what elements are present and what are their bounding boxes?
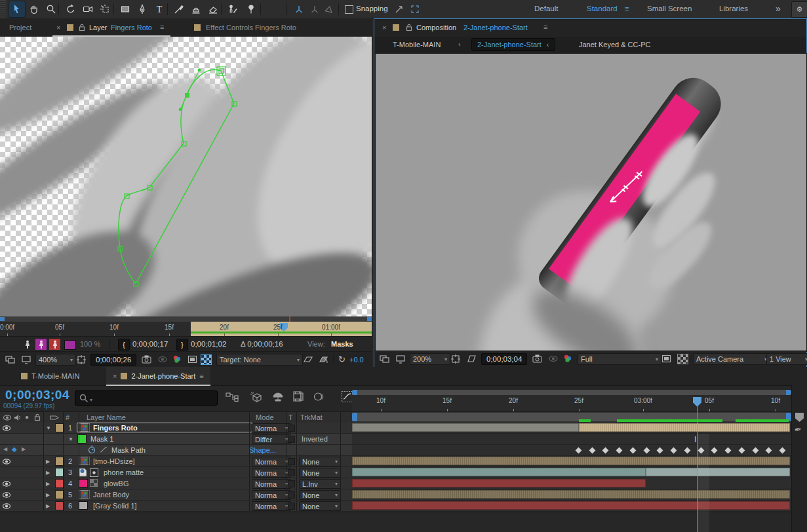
- layer-viewer-scrollbar[interactable]: [0, 316, 372, 322]
- camera-tool-icon[interactable]: [80, 1, 96, 17]
- expander-icon[interactable]: ▶: [46, 503, 50, 509]
- eye-toggle[interactable]: [1, 457, 12, 466]
- roto-brush-tool-icon[interactable]: [225, 1, 241, 17]
- roto-bg-icon[interactable]: [49, 339, 60, 350]
- next-keyframe-icon[interactable]: ▶: [22, 446, 26, 452]
- show-snapshot-icon[interactable]: [157, 355, 168, 364]
- layer-duration-bar[interactable]: [352, 423, 579, 432]
- mask-name[interactable]: Mask 1: [90, 435, 113, 443]
- expander-icon[interactable]: ▶: [46, 470, 50, 476]
- brush-tool-icon[interactable]: [171, 1, 187, 17]
- mask-path-overlay[interactable]: [0, 37, 372, 316]
- keyframe-diamond[interactable]: [684, 447, 690, 453]
- local-axis-icon[interactable]: [291, 1, 307, 17]
- composition-canvas[interactable]: [375, 53, 807, 352]
- mask-row[interactable]: ▼Mask 1Differ▾Inverted: [0, 434, 352, 445]
- layer-name[interactable]: [Gray Solid 1]: [93, 502, 137, 510]
- matte-color-swatch[interactable]: [64, 340, 76, 350]
- close-icon[interactable]: ×: [113, 372, 117, 380]
- workspace-overflow-button[interactable]: »: [776, 3, 781, 14]
- t-switch[interactable]: [288, 503, 295, 510]
- snapshot-icon[interactable]: [532, 354, 543, 363]
- trkmat-dropdown[interactable]: None▾: [299, 501, 341, 511]
- layer-name[interactable]: [tmo-HDsize]: [93, 457, 135, 465]
- quill-icon[interactable]: ✒: [794, 424, 802, 435]
- type-tool-icon[interactable]: T: [151, 1, 167, 17]
- keyframe-diamond[interactable]: [779, 447, 786, 453]
- keyframe-diamond[interactable]: [589, 447, 595, 453]
- trkmat-dropdown[interactable]: None▾: [299, 490, 341, 500]
- tab-project[interactable]: Project: [9, 24, 31, 31]
- in-point-value[interactable]: 0;00;00;17: [132, 340, 168, 348]
- resolution-icon[interactable]: [187, 355, 197, 364]
- mask-visibility-icon[interactable]: [303, 355, 314, 364]
- mask-mode-dropdown[interactable]: Differ▾: [252, 434, 291, 444]
- eye-toggle[interactable]: [1, 468, 12, 477]
- camera-dropdown[interactable]: Active Camera▾: [693, 353, 770, 365]
- timeline-lane[interactable]: [352, 423, 791, 434]
- workspace-libraries[interactable]: Libraries: [719, 5, 748, 12]
- workspace-standard[interactable]: Standard: [587, 5, 618, 12]
- primary-viewer-icon[interactable]: [395, 354, 406, 364]
- puppet-pin-tool-icon[interactable]: [243, 1, 259, 17]
- workspace-small-screen[interactable]: Small Screen: [647, 5, 692, 12]
- primary-viewer-icon[interactable]: [21, 355, 31, 364]
- property-value[interactable]: Shape...: [249, 446, 276, 454]
- toolbar-grip[interactable]: [0, 0, 6, 18]
- matte-opacity-value[interactable]: 100 %: [80, 340, 100, 348]
- timeline-tab-active[interactable]: × 2-Janet-phone-Start ≡: [106, 367, 210, 386]
- timeline-scrollbar[interactable]: [352, 390, 791, 395]
- view-layout-dropdown[interactable]: 1 View▾: [766, 353, 807, 365]
- keyframe-toggle-icon[interactable]: ◆: [12, 446, 17, 453]
- close-icon[interactable]: ×: [56, 24, 60, 31]
- pen-tool-icon[interactable]: [134, 1, 150, 17]
- eye-toggle[interactable]: [1, 501, 12, 510]
- close-icon[interactable]: ×: [382, 24, 386, 31]
- eraser-tool-icon[interactable]: [205, 1, 221, 17]
- snapshot-icon[interactable]: [142, 355, 152, 364]
- expander-icon[interactable]: ▶: [46, 492, 50, 498]
- layer-row[interactable]: ▼1Fingers RotoNorma▾: [0, 423, 352, 434]
- draft-3d-icon[interactable]: [249, 390, 262, 403]
- eye-toggle[interactable]: [1, 423, 12, 432]
- tab-effect-controls[interactable]: Effect Controls Fingers Roto: [206, 24, 296, 31]
- trkmat-dropdown[interactable]: None▾: [299, 457, 341, 466]
- layer-mini-timeline[interactable]: 0:00f05f10f15f20f25f01:00f: [0, 322, 372, 336]
- expander-icon[interactable]: ▶: [46, 459, 50, 465]
- viewer-timecode[interactable]: 0;00;03;04: [481, 353, 527, 365]
- property-name[interactable]: Mask Path: [111, 446, 146, 454]
- panel-menu-icon[interactable]: ≡: [160, 23, 164, 31]
- resolution-dropdown[interactable]: Full▾: [578, 353, 661, 365]
- target-dropdown[interactable]: Target: None▾: [216, 354, 303, 366]
- breadcrumb-next[interactable]: Janet Keyed & CC-PC: [579, 41, 650, 48]
- snap-bounds-icon[interactable]: [407, 1, 423, 17]
- workspace-gear-icon[interactable]: ⚙: [791, 1, 807, 18]
- prev-keyframe-icon[interactable]: ◀: [3, 446, 7, 452]
- snap-angle-icon[interactable]: [391, 1, 407, 17]
- expander-icon[interactable]: ▼: [68, 436, 73, 442]
- layer-row[interactable]: ▶6[Gray Solid 1]Norma▾None▾: [0, 501, 352, 512]
- keyframe-diamond[interactable]: [657, 447, 663, 453]
- roto-matte-icon[interactable]: [35, 339, 47, 350]
- current-timecode[interactable]: 0;00;03;04: [5, 388, 69, 402]
- tab-comp-name[interactable]: 2-Janet-phone-Start: [463, 24, 528, 31]
- t-switch[interactable]: [288, 491, 295, 499]
- out-bracket-icon[interactable]: }: [176, 339, 188, 351]
- breadcrumb-prev[interactable]: T-Mobile-MAIN: [393, 41, 441, 48]
- eye-toggle[interactable]: [1, 479, 12, 488]
- workspace-default[interactable]: Default: [534, 5, 558, 12]
- stopwatch-icon[interactable]: [88, 446, 96, 454]
- view-axis-icon[interactable]: [321, 1, 337, 17]
- col-mode[interactable]: Mode: [256, 413, 274, 421]
- comp-flowchart-icon[interactable]: [226, 392, 239, 403]
- timeline-ruler[interactable]: 10f15f20f25f03:00f05f10f: [352, 395, 791, 411]
- timeline-lane[interactable]: [352, 489, 791, 501]
- panel-menu-icon[interactable]: ≡: [199, 372, 203, 380]
- world-axis-icon[interactable]: [307, 1, 323, 17]
- snapping-checkbox[interactable]: [345, 5, 353, 14]
- zoom-dropdown[interactable]: 400%▾: [35, 354, 76, 366]
- keyframe-diamond[interactable]: [711, 447, 718, 453]
- exposure-reset-icon[interactable]: ↻: [338, 354, 345, 364]
- show-snapshot-icon[interactable]: [548, 354, 559, 363]
- viewer-timecode[interactable]: 0;00;00;26: [90, 354, 136, 366]
